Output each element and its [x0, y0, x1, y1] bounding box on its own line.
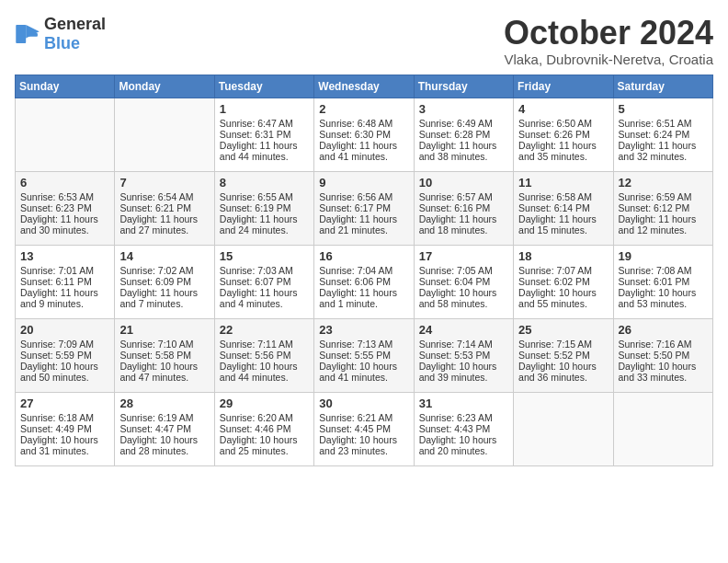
sunset: Sunset: 5:56 PM	[220, 350, 291, 361]
sunrise: Sunrise: 6:56 AM	[319, 191, 392, 202]
sunrise: Sunrise: 6:50 AM	[518, 118, 592, 129]
day-number: 30	[319, 396, 408, 410]
daylight: Daylight: 10 hours and 31 minutes.	[20, 434, 98, 456]
calendar-cell: 15Sunrise: 7:03 AMSunset: 6:07 PMDayligh…	[214, 245, 313, 318]
daylight: Daylight: 11 hours and 24 minutes.	[220, 213, 298, 236]
day-number: 13	[20, 249, 109, 263]
calendar-cell: 6Sunrise: 6:53 AMSunset: 6:23 PMDaylight…	[16, 171, 115, 245]
sunset: Sunset: 6:19 PM	[220, 202, 291, 213]
daylight: Daylight: 11 hours and 4 minutes.	[220, 287, 298, 309]
day-header-sunday: Sunday	[16, 75, 115, 98]
calendar-cell: 28Sunrise: 6:19 AMSunset: 4:47 PMDayligh…	[115, 392, 214, 465]
calendar-table: SundayMondayTuesdayWednesdayThursdayFrid…	[15, 75, 713, 466]
logo: General Blue	[15, 15, 106, 53]
day-header-friday: Friday	[514, 75, 613, 98]
day-header-thursday: Thursday	[414, 75, 513, 98]
daylight: Daylight: 10 hours and 20 minutes.	[419, 434, 497, 456]
calendar-cell: 27Sunrise: 6:18 AMSunset: 4:49 PMDayligh…	[16, 392, 115, 465]
daylight: Daylight: 11 hours and 21 minutes.	[319, 213, 397, 236]
calendar-week-3: 13Sunrise: 7:01 AMSunset: 6:11 PMDayligh…	[16, 245, 713, 318]
day-number: 18	[518, 249, 608, 263]
calendar-cell	[16, 98, 115, 171]
daylight: Daylight: 11 hours and 1 minute.	[319, 287, 397, 309]
daylight: Daylight: 11 hours and 44 minutes.	[220, 140, 298, 162]
sunrise: Sunrise: 6:47 AM	[220, 118, 293, 129]
sunrise: Sunrise: 6:20 AM	[220, 412, 293, 423]
sunrise: Sunrise: 7:04 AM	[319, 265, 392, 276]
calendar-cell: 19Sunrise: 7:08 AMSunset: 6:01 PMDayligh…	[613, 245, 712, 318]
day-number: 28	[119, 396, 209, 410]
calendar-cell	[115, 98, 214, 171]
daylight: Daylight: 11 hours and 18 minutes.	[419, 213, 497, 236]
sunrise: Sunrise: 7:09 AM	[20, 339, 94, 350]
month-title: October 2024	[504, 15, 713, 52]
sunrise: Sunrise: 7:07 AM	[518, 265, 592, 276]
page-header: General Blue October 2024 Vlaka, Dubrovn…	[15, 15, 713, 67]
calendar-cell: 5Sunrise: 6:51 AMSunset: 6:24 PMDaylight…	[613, 98, 712, 171]
day-number: 4	[518, 102, 608, 116]
calendar-cell: 12Sunrise: 6:59 AMSunset: 6:12 PMDayligh…	[613, 171, 712, 245]
day-number: 1	[220, 102, 309, 116]
sunset: Sunset: 6:28 PM	[419, 129, 491, 140]
sunset: Sunset: 6:06 PM	[319, 276, 391, 287]
sunset: Sunset: 6:16 PM	[419, 202, 491, 213]
sunset: Sunset: 6:07 PM	[220, 276, 291, 287]
day-number: 6	[20, 176, 109, 190]
day-header-monday: Monday	[115, 75, 214, 98]
sunrise: Sunrise: 6:18 AM	[20, 412, 94, 423]
sunset: Sunset: 6:01 PM	[619, 276, 690, 287]
sunset: Sunset: 6:09 PM	[119, 276, 191, 287]
daylight: Daylight: 11 hours and 30 minutes.	[20, 213, 98, 236]
calendar-cell: 29Sunrise: 6:20 AMSunset: 4:46 PMDayligh…	[214, 392, 313, 465]
sunrise: Sunrise: 7:02 AM	[119, 265, 193, 276]
calendar-cell: 16Sunrise: 7:04 AMSunset: 6:06 PMDayligh…	[314, 245, 414, 318]
calendar-cell: 31Sunrise: 6:23 AMSunset: 4:43 PMDayligh…	[414, 392, 513, 465]
daylight: Daylight: 10 hours and 41 minutes.	[319, 361, 397, 383]
sunset: Sunset: 6:23 PM	[20, 202, 92, 213]
day-number: 17	[419, 249, 508, 263]
day-number: 19	[619, 249, 708, 263]
logo-blue: Blue	[44, 34, 80, 52]
day-number: 12	[619, 176, 708, 190]
sunset: Sunset: 5:59 PM	[20, 350, 92, 361]
sunset: Sunset: 6:17 PM	[319, 202, 391, 213]
sunrise: Sunrise: 6:48 AM	[319, 118, 392, 129]
sunset: Sunset: 4:45 PM	[319, 423, 391, 434]
sunset: Sunset: 4:49 PM	[20, 423, 92, 434]
daylight: Daylight: 11 hours and 38 minutes.	[419, 140, 497, 162]
calendar-cell: 22Sunrise: 7:11 AMSunset: 5:56 PMDayligh…	[214, 318, 313, 392]
sunset: Sunset: 6:12 PM	[619, 202, 690, 213]
day-number: 11	[518, 176, 608, 190]
calendar-cell: 10Sunrise: 6:57 AMSunset: 6:16 PMDayligh…	[414, 171, 513, 245]
calendar-week-2: 6Sunrise: 6:53 AMSunset: 6:23 PMDaylight…	[16, 171, 713, 245]
day-header-tuesday: Tuesday	[214, 75, 313, 98]
daylight: Daylight: 10 hours and 23 minutes.	[319, 434, 397, 456]
sunset: Sunset: 5:52 PM	[518, 350, 590, 361]
sunrise: Sunrise: 7:13 AM	[319, 339, 392, 350]
daylight: Daylight: 11 hours and 41 minutes.	[319, 140, 397, 162]
day-number: 3	[419, 102, 508, 116]
calendar-cell: 1Sunrise: 6:47 AMSunset: 6:31 PMDaylight…	[214, 98, 313, 171]
daylight: Daylight: 10 hours and 47 minutes.	[119, 361, 198, 383]
sunset: Sunset: 6:11 PM	[20, 276, 92, 287]
sunrise: Sunrise: 6:19 AM	[119, 412, 193, 423]
sunrise: Sunrise: 7:16 AM	[619, 339, 692, 350]
calendar-cell: 25Sunrise: 7:15 AMSunset: 5:52 PMDayligh…	[514, 318, 613, 392]
day-number: 14	[119, 249, 209, 263]
svg-rect-2	[28, 33, 38, 37]
sunrise: Sunrise: 7:11 AM	[220, 339, 293, 350]
daylight: Daylight: 11 hours and 32 minutes.	[619, 140, 697, 162]
day-number: 24	[419, 323, 508, 337]
day-number: 10	[419, 176, 508, 190]
day-number: 23	[319, 323, 408, 337]
calendar-cell: 26Sunrise: 7:16 AMSunset: 5:50 PMDayligh…	[613, 318, 712, 392]
daylight: Daylight: 10 hours and 53 minutes.	[619, 287, 697, 309]
sunrise: Sunrise: 6:49 AM	[419, 118, 493, 129]
calendar-cell: 11Sunrise: 6:58 AMSunset: 6:14 PMDayligh…	[514, 171, 613, 245]
sunrise: Sunrise: 7:08 AM	[619, 265, 692, 276]
sunrise: Sunrise: 6:51 AM	[619, 118, 692, 129]
calendar-week-5: 27Sunrise: 6:18 AMSunset: 4:49 PMDayligh…	[16, 392, 713, 465]
svg-rect-0	[16, 25, 26, 43]
day-number: 16	[319, 249, 408, 263]
calendar-cell	[613, 392, 712, 465]
